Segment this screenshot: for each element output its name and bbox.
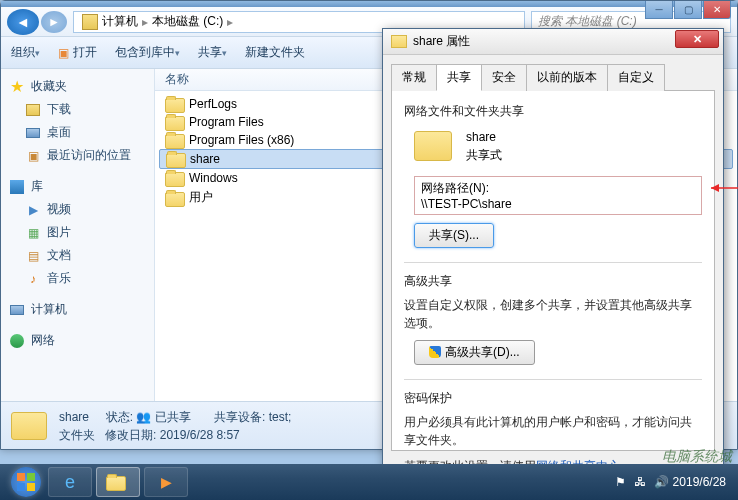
breadcrumb-sep-icon: ▸ [142, 15, 148, 29]
folder-icon [165, 115, 183, 129]
status-sharedev-label: 共享设备: [214, 410, 265, 424]
sidebar-item-recent[interactable]: ▣最近访问的位置 [3, 144, 152, 167]
network-label: 网络 [31, 332, 55, 349]
downloads-label: 下载 [47, 101, 71, 118]
password-desc: 用户必须具有此计算机的用户帐户和密码，才能访问共享文件夹。 [404, 413, 702, 449]
tab-content: 网络文件和文件夹共享 share 共享式 网络路径(N): \\TEST-PC\… [391, 91, 715, 451]
recent-label: 最近访问的位置 [47, 147, 131, 164]
divider [404, 379, 702, 380]
organize-menu[interactable]: 组织 [11, 44, 40, 61]
sidebar-item-videos[interactable]: ▶视频 [3, 198, 152, 221]
file-name: 用户 [189, 189, 213, 206]
system-tray: ⚑ 🖧 🔊 2019/6/28 [611, 475, 732, 489]
maximize-button[interactable]: ▢ [674, 1, 702, 19]
tab-customize[interactable]: 自定义 [607, 64, 665, 91]
status-name: share [59, 410, 89, 424]
taskbar-media-icon[interactable]: ▶ [144, 467, 188, 497]
status-type: 文件夹 [59, 428, 95, 442]
tab-strip: 常规 共享 安全 以前的版本 自定义 [391, 63, 715, 91]
drive-icon [82, 14, 98, 30]
open-button[interactable]: ▣打开 [58, 44, 97, 61]
sidebar-item-desktop[interactable]: 桌面 [3, 121, 152, 144]
file-name: Program Files (x86) [189, 133, 294, 147]
tab-previous-versions[interactable]: 以前的版本 [526, 64, 608, 91]
sidebar-item-documents[interactable]: ▤文档 [3, 244, 152, 267]
nav-forward-button[interactable]: ► [41, 11, 67, 33]
sidebar-item-downloads[interactable]: 下载 [3, 98, 152, 121]
pictures-label: 图片 [47, 224, 71, 241]
tray-flag-icon[interactable]: ⚑ [615, 475, 626, 489]
libraries-label: 库 [31, 178, 43, 195]
status-text: share 状态: 👥 已共享 共享设备: test; 文件夹 修改日期: 20… [59, 408, 291, 444]
properties-dialog: share 属性 ✕ 常规 共享 安全 以前的版本 自定义 网络文件和文件夹共享… [382, 28, 724, 482]
dialog-title: share 属性 [413, 33, 470, 50]
shield-icon [429, 346, 441, 358]
download-icon [25, 102, 41, 118]
taskbar-explorer-icon[interactable] [96, 467, 140, 497]
file-name: PerfLogs [189, 97, 237, 111]
status-date-label: 修改日期: [105, 428, 156, 442]
tray-date[interactable]: 2019/6/28 [673, 475, 726, 489]
tab-sharing[interactable]: 共享 [436, 64, 482, 91]
sidebar-favorites-header[interactable]: ★收藏夹 [3, 75, 152, 98]
tray-volume-icon[interactable]: 🔊 [654, 475, 669, 489]
status-state-label: 状态: [106, 410, 133, 424]
advanced-share-button[interactable]: 高级共享(D)... [414, 340, 535, 365]
tray-network-icon[interactable]: 🖧 [634, 475, 646, 489]
network-path-box: 网络路径(N): \\TEST-PC\share [414, 176, 702, 215]
folder-icon [165, 133, 183, 147]
star-icon: ★ [9, 79, 25, 95]
advanced-desc: 设置自定义权限，创建多个共享，并设置其他高级共享选项。 [404, 296, 702, 332]
share-name: share [466, 128, 502, 146]
open-label: 打开 [73, 44, 97, 61]
breadcrumb-drive[interactable]: 本地磁盘 (C:) [152, 13, 223, 30]
breadcrumb-computer[interactable]: 计算机 [102, 13, 138, 30]
desktop-label: 桌面 [47, 124, 71, 141]
new-folder-button[interactable]: 新建文件夹 [245, 44, 305, 61]
recent-icon: ▣ [25, 148, 41, 164]
advanced-share-label: 高级共享(D)... [445, 345, 520, 359]
folder-icon [106, 475, 124, 489]
status-sharedev-value: test; [269, 410, 292, 424]
file-name: Program Files [189, 115, 264, 129]
windows-logo-icon [11, 467, 41, 497]
sidebar-item-pictures[interactable]: ▦图片 [3, 221, 152, 244]
network-path-label: 网络路径(N): [421, 180, 695, 197]
sidebar-item-music[interactable]: ♪音乐 [3, 267, 152, 290]
section-password-title: 密码保护 [404, 390, 702, 407]
video-icon: ▶ [25, 202, 41, 218]
minimize-button[interactable]: ─ [645, 1, 673, 19]
music-label: 音乐 [47, 270, 71, 287]
library-icon [9, 179, 25, 195]
status-folder-icon [11, 412, 47, 440]
folder-icon [166, 152, 184, 166]
start-button[interactable] [6, 466, 46, 498]
tab-general[interactable]: 常规 [391, 64, 437, 91]
sidebar-item-computer[interactable]: 计算机 [3, 298, 152, 321]
status-date-value: 2019/6/28 8:57 [160, 428, 240, 442]
documents-label: 文档 [47, 247, 71, 264]
include-library-menu[interactable]: 包含到库中 [115, 44, 180, 61]
close-button[interactable]: ✕ [703, 1, 731, 19]
tab-security[interactable]: 安全 [481, 64, 527, 91]
music-icon: ♪ [25, 271, 41, 287]
share-button[interactable]: 共享(S)... [414, 223, 494, 248]
share-info-block: share 共享式 [414, 128, 702, 164]
folder-icon [165, 97, 183, 111]
section-advanced-title: 高级共享 [404, 273, 702, 290]
svg-marker-1 [711, 184, 719, 192]
share-menu[interactable]: 共享 [198, 44, 227, 61]
annotation-arrow [711, 187, 738, 188]
sidebar: ★收藏夹 下载 桌面 ▣最近访问的位置 库 ▶视频 ▦图片 ▤文档 ♪音乐 计算… [1, 69, 155, 409]
divider [404, 262, 702, 263]
desktop-icon [25, 125, 41, 141]
window-controls: ─ ▢ ✕ [644, 1, 731, 19]
computer-icon [9, 302, 25, 318]
section-network-share-title: 网络文件和文件夹共享 [404, 103, 702, 120]
dialog-close-button[interactable]: ✕ [675, 30, 719, 48]
sidebar-libraries-header[interactable]: 库 [3, 175, 152, 198]
sidebar-item-network[interactable]: 网络 [3, 329, 152, 352]
taskbar-ie-icon[interactable]: e [48, 467, 92, 497]
nav-back-button[interactable]: ◄ [7, 9, 39, 35]
dialog-titlebar[interactable]: share 属性 [383, 29, 723, 55]
